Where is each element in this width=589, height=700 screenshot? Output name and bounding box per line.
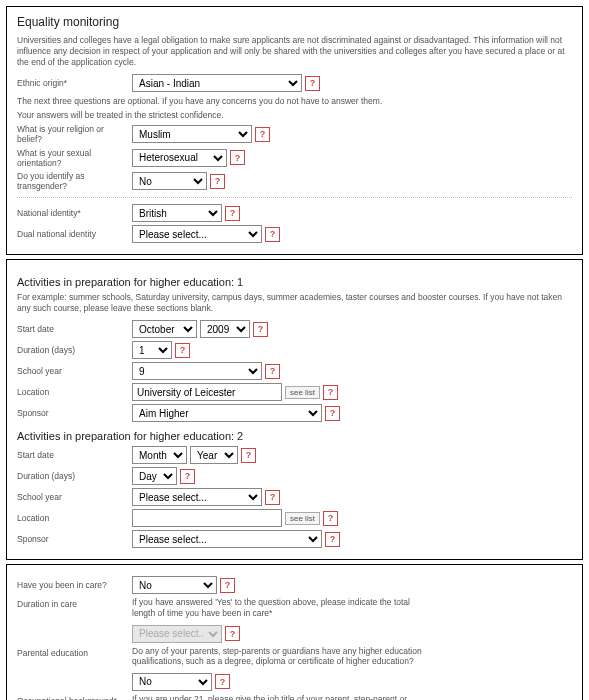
schoolyear-2-label: School year (17, 492, 132, 502)
location-1-input[interactable] (132, 383, 282, 401)
help-icon[interactable]: ? (175, 343, 190, 358)
sponsor-1-select[interactable]: Aim Higher (132, 404, 322, 422)
start-year-2-select[interactable]: Year (190, 446, 238, 464)
equality-intro: Universities and colleges have a legal o… (17, 35, 572, 68)
duration-care-label: Duration in care (17, 597, 132, 609)
activities-2-title: Activities in preparation for higher edu… (17, 430, 572, 442)
ethnic-origin-label: Ethnic origin* (17, 78, 132, 88)
help-icon[interactable]: ? (180, 469, 195, 484)
help-icon[interactable]: ? (225, 626, 240, 641)
care-label: Have you been in care? (17, 580, 132, 590)
equality-title: Equality monitoring (17, 15, 572, 29)
help-icon[interactable]: ? (325, 532, 340, 547)
activities-panel: Activities in preparation for higher edu… (6, 259, 583, 560)
start-month-2-select[interactable]: Month (132, 446, 187, 464)
sexual-orientation-select[interactable]: Heterosexual (132, 149, 227, 167)
activities-1-title: Activities in preparation for higher edu… (17, 276, 572, 288)
help-icon[interactable]: ? (323, 511, 338, 526)
help-icon[interactable]: ? (220, 578, 235, 593)
help-icon[interactable]: ? (305, 76, 320, 91)
transgender-select[interactable]: No (132, 172, 207, 190)
ethnic-origin-select[interactable]: Asian - Indian (132, 74, 302, 92)
start-date-2-label: Start date (17, 450, 132, 460)
duration-2-select[interactable]: Day (132, 467, 177, 485)
location-2-label: Location (17, 513, 132, 523)
help-icon[interactable]: ? (215, 674, 230, 689)
help-icon[interactable]: ? (225, 206, 240, 221)
care-select[interactable]: No (132, 576, 217, 594)
help-icon[interactable]: ? (323, 385, 338, 400)
occupational-label: Occupational background* (17, 694, 132, 700)
start-date-1-label: Start date (17, 324, 132, 334)
national-identity-select[interactable]: British (132, 204, 222, 222)
duration-care-select: Please select... (132, 625, 222, 643)
help-icon[interactable]: ? (325, 406, 340, 421)
help-icon[interactable]: ? (265, 227, 280, 242)
activities-intro: For example: summer schools, Saturday un… (17, 292, 572, 314)
duration-1-label: Duration (days) (17, 345, 132, 355)
background-panel: Have you been in care? No ? Duration in … (6, 564, 583, 700)
duration-2-label: Duration (days) (17, 471, 132, 481)
help-icon[interactable]: ? (230, 150, 245, 165)
duration-1-select[interactable]: 1 (132, 341, 172, 359)
parental-education-desc: Do any of your parents, step-parents or … (132, 646, 422, 667)
divider (17, 197, 572, 198)
sexual-orientation-label: What is your sexual orientation? (17, 148, 132, 168)
start-year-1-select[interactable]: 2009 (200, 320, 250, 338)
occupational-desc: If you are under 21, please give the job… (132, 694, 422, 700)
start-month-1-select[interactable]: October (132, 320, 197, 338)
duration-care-desc: If you have answered 'Yes' to the questi… (132, 597, 422, 618)
parental-education-select[interactable]: No (132, 673, 212, 691)
help-icon[interactable]: ? (265, 490, 280, 505)
location-1-label: Location (17, 387, 132, 397)
religion-label: What is your religion or belief? (17, 124, 132, 144)
schoolyear-1-label: School year (17, 366, 132, 376)
sponsor-1-label: Sponsor (17, 408, 132, 418)
help-icon[interactable]: ? (253, 322, 268, 337)
location-2-input[interactable] (132, 509, 282, 527)
optional-note: The next three questions are optional. I… (17, 96, 572, 106)
confidence-note: Your answers will be treated in the stri… (17, 110, 572, 120)
transgender-label: Do you identify as transgender? (17, 171, 132, 191)
religion-select[interactable]: Muslim (132, 125, 252, 143)
equality-monitoring-panel: Equality monitoring Universities and col… (6, 6, 583, 255)
national-identity-label: National identity* (17, 208, 132, 218)
help-icon[interactable]: ? (241, 448, 256, 463)
sponsor-2-label: Sponsor (17, 534, 132, 544)
dual-national-select[interactable]: Please select... (132, 225, 262, 243)
schoolyear-2-select[interactable]: Please select... (132, 488, 262, 506)
sponsor-2-select[interactable]: Please select... (132, 530, 322, 548)
help-icon[interactable]: ? (265, 364, 280, 379)
help-icon[interactable]: ? (255, 127, 270, 142)
help-icon[interactable]: ? (210, 174, 225, 189)
see-list-1-button[interactable]: see list (285, 386, 320, 399)
parental-education-label: Parental education (17, 646, 132, 658)
dual-national-label: Dual national identity (17, 229, 132, 239)
schoolyear-1-select[interactable]: 9 (132, 362, 262, 380)
see-list-2-button[interactable]: see list (285, 512, 320, 525)
